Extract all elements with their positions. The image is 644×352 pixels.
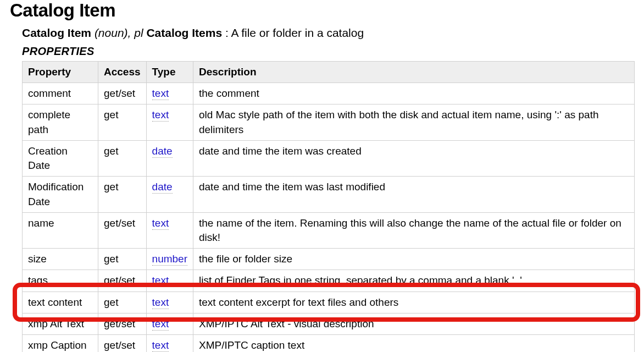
definition: Catalog Item (noun), pl Catalog Items : … [22,26,634,40]
cell-description: XMP/IPTC caption text [193,335,634,352]
cell-property: xmp Caption [23,335,98,352]
type-link[interactable]: number [152,253,187,266]
cell-property: xmp Alt Text [23,313,98,334]
cell-description: the comment [193,83,634,105]
page-title: Catalog Item [10,0,634,21]
cell-access: get/set [98,335,147,352]
cell-access: get/set [98,83,147,105]
table-row: commentget/settextthe comment [23,83,635,105]
cell-description: old Mac style path of the item with both… [193,105,634,140]
cell-description: date and time the item was created [193,140,634,176]
table-row: complete pathgettextold Mac style path o… [23,105,635,140]
cell-property: comment [23,83,98,105]
cell-type: date [146,177,193,212]
definition-body: : A file or folder in a catalog [225,26,364,39]
definition-term: Catalog Item [22,26,91,39]
table-row: Modification Dategetdatedate and time th… [23,177,635,212]
cell-access: get [98,140,147,176]
cell-description: the name of the item. Renaming this will… [193,212,634,248]
table-row: tagsget/settextlist of Finder Tags in on… [23,270,635,292]
definition-plural: Catalog Items [146,26,222,39]
properties-label: PROPERTIES [22,45,634,58]
cell-access: get [98,292,147,313]
cell-property: tags [23,270,98,292]
cell-description: list of Finder Tags in one string, separ… [193,270,634,292]
cell-property: Creation Date [23,140,98,176]
type-link[interactable]: text [152,87,169,100]
type-link[interactable]: date [152,181,173,194]
cell-property: complete path [23,105,98,140]
cell-description: text content excerpt for text files and … [193,292,634,313]
col-description: Description [193,62,634,83]
cell-type: text [146,292,193,313]
type-link[interactable]: date [152,145,173,158]
table-row: Creation Dategetdatedate and time the it… [23,140,635,176]
table-row: nameget/settextthe name of the item. Ren… [23,212,635,248]
table-row: text contentgettexttext content excerpt … [23,292,635,313]
type-link[interactable]: text [152,109,169,122]
cell-access: get [98,105,147,140]
table-row: sizegetnumberthe file or folder size [23,249,635,270]
col-type: Type [146,62,193,83]
cell-description: the file or folder size [193,249,634,270]
cell-access: get/set [98,270,147,292]
table-row: xmp Alt Textget/settextXMP/IPTC Alt Text… [23,313,635,334]
type-link[interactable]: text [152,274,169,287]
cell-access: get [98,177,147,212]
cell-property: name [23,212,98,248]
type-link[interactable]: text [152,296,169,309]
cell-property: text content [23,292,98,313]
definition-pos: (noun), pl [95,26,143,39]
type-link[interactable]: text [152,217,169,230]
cell-type: text [146,270,193,292]
type-link[interactable]: text [152,318,169,331]
cell-property: size [23,249,98,270]
cell-type: text [146,313,193,334]
cell-access: get/set [98,313,147,334]
cell-description: date and time the item was last modified [193,177,634,212]
col-access: Access [98,62,147,83]
properties-table: Property Access Type Description comment… [22,61,635,352]
cell-type: text [146,335,193,352]
cell-property: Modification Date [23,177,98,212]
cell-type: text [146,212,193,248]
cell-type: date [146,140,193,176]
cell-description: XMP/IPTC Alt Text - visual description [193,313,634,334]
type-link[interactable]: text [152,339,169,352]
cell-type: text [146,105,193,140]
col-property: Property [23,62,98,83]
cell-type: number [146,249,193,270]
table-header-row: Property Access Type Description [23,62,635,83]
cell-access: get [98,249,147,270]
cell-type: text [146,83,193,105]
cell-access: get/set [98,212,147,248]
table-row: xmp Captionget/settextXMP/IPTC caption t… [23,335,635,352]
